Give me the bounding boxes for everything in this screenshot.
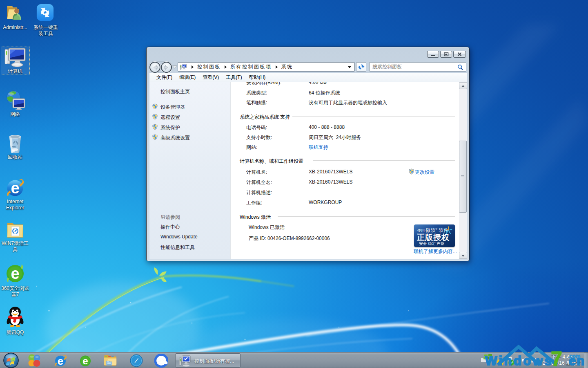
- svg-text:e: e: [11, 180, 19, 197]
- svg-text:e: e: [82, 355, 88, 366]
- svg-text:Windows: Windows: [485, 354, 553, 368]
- svg-text:e: e: [11, 265, 19, 282]
- svg-text:e: e: [58, 355, 63, 367]
- svg-text:.com: .com: [568, 353, 580, 359]
- svg-text:7: 7: [551, 348, 562, 368]
